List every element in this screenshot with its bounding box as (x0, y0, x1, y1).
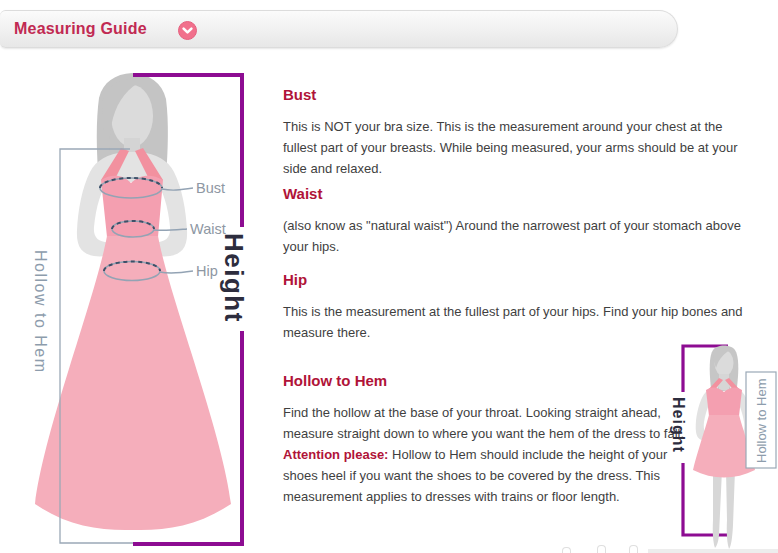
cropped-content-artifact (597, 545, 606, 553)
waist-paragraph: (also know as "natural waist") Around th… (283, 215, 753, 257)
attention-label: Attention please: (283, 447, 388, 462)
cropped-content-artifact (648, 549, 778, 553)
height-label: Height (219, 233, 249, 323)
measuring-guide-page: Measuring Guide (0, 0, 778, 553)
small-dress-diagram: Height Hollow to Hem (650, 336, 778, 553)
section-bust: Bust This is NOT your bra size. This is … (283, 86, 753, 179)
small-hollow-to-hem-label: Hollow to Hem (754, 378, 769, 463)
small-bodice (706, 388, 742, 416)
bust-heading: Bust (283, 86, 753, 103)
cropped-content-artifact (629, 545, 638, 553)
bust-paragraph: This is NOT your bra size. This is the m… (283, 116, 753, 179)
waist-heading: Waist (283, 185, 753, 202)
hip-label: Hip (196, 263, 218, 279)
section-waist: Waist (also know as "natural waist") Aro… (283, 185, 753, 257)
section-header-bar: Measuring Guide (0, 10, 678, 48)
hip-heading: Hip (283, 271, 753, 288)
main-dress-diagram: Bust Waist Hip Hollow to Hem Height (0, 55, 270, 553)
chevron-down-icon-svg (178, 21, 197, 40)
small-leg-right (726, 470, 735, 549)
chevron-down-icon[interactable] (178, 21, 197, 40)
bust-label: Bust (196, 180, 225, 196)
small-height-label: Height (670, 397, 687, 453)
hollow-to-hem-label: Hollow to Hem (32, 250, 49, 374)
section-hip: Hip This is the measurement at the fulle… (283, 271, 753, 343)
cropped-content-artifact (562, 547, 571, 553)
page-title: Measuring Guide (14, 20, 147, 38)
